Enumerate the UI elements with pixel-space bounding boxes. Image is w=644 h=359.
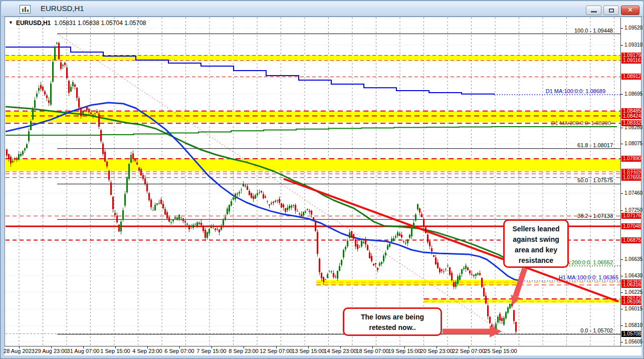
y-axis-tick <box>621 28 623 29</box>
chart-icon <box>20 5 31 14</box>
candle <box>50 81 52 106</box>
y-axis-label: 1.08075 <box>624 141 642 146</box>
candle <box>76 87 78 101</box>
candle <box>104 149 106 162</box>
candle <box>259 189 260 194</box>
arrow-right-shaft <box>443 329 490 334</box>
grid-layer <box>6 18 620 346</box>
candle <box>447 264 449 267</box>
candle <box>427 233 428 244</box>
candle <box>357 241 358 252</box>
candle <box>279 196 280 205</box>
candle <box>347 238 348 248</box>
title-bar[interactable]: EURUSD,H1 ✕ <box>2 2 643 17</box>
time-axis[interactable]: 28 Aug 202329 Aug 23:0031 Aug 07:001 Sep… <box>5 346 641 355</box>
candle <box>467 266 469 270</box>
candle <box>437 259 439 269</box>
x-axis-label: 29 Aug 23:00 <box>35 348 68 354</box>
minimize-button[interactable] <box>586 6 601 15</box>
price-chart-canvas[interactable] <box>6 18 620 346</box>
x-axis-label: 14 Sep 23:00 <box>324 348 356 354</box>
candle <box>26 143 28 149</box>
y-axis-tick <box>621 342 623 342</box>
candle <box>341 259 342 267</box>
candle <box>413 220 414 227</box>
chart-plot-area[interactable]: ▼EURUSD,H1 1.05831 1.05838 1.05704 1.057… <box>6 18 620 346</box>
price-tag: 1.08332 <box>621 120 641 126</box>
y-axis-tick <box>621 309 623 309</box>
candle <box>231 199 232 206</box>
candle <box>239 190 240 197</box>
candle <box>72 80 74 89</box>
restore-button[interactable] <box>603 6 619 15</box>
candle <box>283 203 284 211</box>
candle <box>361 239 362 248</box>
candle <box>425 226 426 233</box>
candle <box>130 152 132 163</box>
candle <box>349 229 350 239</box>
candle <box>46 94 48 101</box>
x-axis-label: 18 Sep 07:00 <box>356 348 388 354</box>
candle <box>64 62 66 68</box>
swing-area[interactable] <box>6 56 620 61</box>
candle <box>110 180 112 195</box>
candle <box>339 263 340 271</box>
candle <box>371 253 372 263</box>
candle <box>54 46 56 61</box>
candle <box>114 210 116 218</box>
candle <box>315 220 316 232</box>
fib-label: 61.8 - 1.08017 <box>533 142 613 148</box>
candle <box>237 192 238 197</box>
d1ma200-line[interactable] <box>6 127 617 135</box>
candle <box>475 273 477 279</box>
candle <box>497 315 499 324</box>
candle <box>479 270 481 276</box>
close-button[interactable]: ✕ <box>621 6 639 15</box>
candle <box>214 228 216 232</box>
candle <box>22 150 24 156</box>
swing-area[interactable] <box>6 159 620 171</box>
candle <box>309 209 310 214</box>
price-axis[interactable]: 1.095201.093101.086951.082801.080751.074… <box>620 18 641 346</box>
candle <box>18 151 20 161</box>
fib-label: 50.0 - 1.07575 <box>533 177 613 183</box>
candle <box>273 201 274 206</box>
fib-label: 0.0 - 1.05702 <box>533 327 613 333</box>
swing-area[interactable] <box>424 299 620 303</box>
candle <box>210 224 212 228</box>
candle <box>182 218 184 223</box>
candle <box>465 263 467 272</box>
candle <box>409 234 410 239</box>
y-axis-label: 1.05605 <box>624 339 642 344</box>
ma-label: D1 MA:200:0:0: 1.08290 <box>551 120 611 126</box>
annotation-line: resistance <box>505 255 567 266</box>
price-tag: 1.06106 <box>621 299 641 305</box>
candle <box>359 245 360 248</box>
h1ma200-line[interactable] <box>6 107 552 266</box>
candle <box>247 184 248 190</box>
candle <box>513 310 515 324</box>
sellers-annotation-box[interactable]: Sellers leaned against swing area and ke… <box>503 219 569 268</box>
price-tag: 1.07176 <box>621 213 641 219</box>
candle <box>443 269 445 274</box>
x-axis-label: 13 Sep 15:00 <box>292 348 324 354</box>
candle <box>505 311 507 319</box>
candle <box>170 220 172 225</box>
candle <box>188 225 190 232</box>
y-axis-tick <box>621 276 623 276</box>
candle <box>48 97 50 106</box>
candle <box>353 234 354 241</box>
candle <box>221 224 222 231</box>
candle <box>160 197 162 205</box>
y-axis-label: 1.07250 <box>624 207 642 213</box>
annotation-line: area and key <box>505 245 567 255</box>
candle <box>68 80 70 96</box>
candle <box>327 273 328 279</box>
candle <box>74 84 76 90</box>
symbol-expander-icon[interactable]: ▼ <box>9 20 13 25</box>
candle <box>395 234 396 239</box>
candle <box>34 97 36 108</box>
d1ma100-line[interactable] <box>6 47 494 95</box>
annotation-line: against swing <box>505 234 567 245</box>
lows-annotation-box[interactable]: The lows are being retested now.. <box>343 307 442 336</box>
